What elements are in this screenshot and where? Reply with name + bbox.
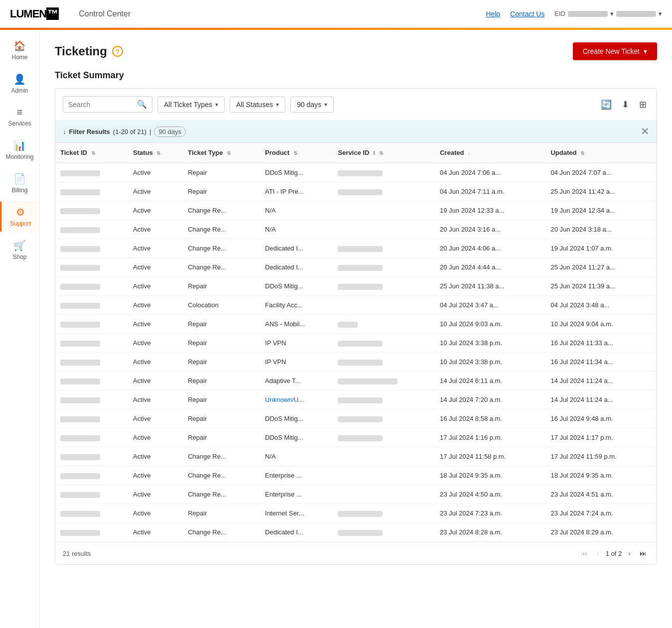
eid-value <box>568 11 608 17</box>
help-icon-button[interactable]: ? <box>112 46 123 57</box>
table-row[interactable]: ActiveRepairATI - IP Pre...04 Jun 2024 7… <box>55 182 657 201</box>
page-title: Ticketing <box>55 44 107 58</box>
col-updated-sort-icon: ⇅ <box>580 150 584 156</box>
days-dropdown[interactable]: 90 days ▾ <box>290 97 334 113</box>
cell-ticket-id <box>55 485 128 504</box>
cell-product: ATI - IP Pre... <box>260 182 333 201</box>
cell-updated: 23 Jul 2024 7:24 a.m. <box>545 504 657 523</box>
table-row[interactable]: ActiveRepairANS - Mobil...10 Jul 2024 9:… <box>55 315 657 334</box>
cell-service-id <box>333 315 435 334</box>
col-created[interactable]: Created ↓ <box>435 143 545 163</box>
table-row[interactable]: ActiveColocationFacility Acc...04 Jul 20… <box>55 296 657 315</box>
table-row[interactable]: ActiveRepairIP VPN10 Jul 2024 3:38 p.m.1… <box>55 334 657 353</box>
table-row[interactable]: ActiveRepairDDoS Mitig...25 Jun 2024 11:… <box>55 277 657 296</box>
contact-link[interactable]: Contact Us <box>510 10 544 18</box>
sidebar-item-billing[interactable]: 📄 Billing <box>0 168 39 199</box>
cell-created: 20 Jun 2024 3:16 a... <box>435 220 545 239</box>
refresh-icon[interactable]: 🔄 <box>598 97 614 113</box>
cell-updated: 17 Jul 2024 1:17 p.m. <box>545 428 657 447</box>
results-count: 21 results <box>63 550 91 557</box>
help-link[interactable]: Help <box>486 10 500 18</box>
col-updated[interactable]: Updated ⇅ <box>545 143 657 163</box>
col-ticket-id[interactable]: Ticket ID ⇅ <box>55 143 128 163</box>
cell-ticket-type: Repair <box>183 409 260 428</box>
cell-status: Active <box>128 447 183 466</box>
page-info: 1 of 2 <box>606 550 622 557</box>
cell-service-id <box>333 390 435 409</box>
table-row[interactable]: ActiveChange Re...N/A17 Jul 2024 11:58 p… <box>55 447 657 466</box>
sidebar-label-shop: Shop <box>12 253 26 260</box>
cell-service-id <box>333 504 435 523</box>
cell-service-id <box>333 353 435 372</box>
pagination-first-button[interactable]: ⏮ <box>578 548 590 558</box>
cell-created: 23 Jul 2024 8:28 a.m. <box>435 523 545 542</box>
cell-ticket-id <box>55 277 128 296</box>
main-content: Ticketing ? Create New Ticket ▾ Ticket S… <box>40 30 672 628</box>
sidebar-item-home[interactable]: 🏠 Home <box>0 35 39 66</box>
cell-status: Active <box>128 504 183 523</box>
filters-row: 🔍 All Ticket Types ▾ All Statuses ▾ 90 d… <box>55 89 657 121</box>
table-row[interactable]: ActiveChange Re...Dedicated I...20 Jun 2… <box>55 239 657 258</box>
cell-status: Active <box>128 390 183 409</box>
col-status[interactable]: Status ⇅ <box>128 143 183 163</box>
sidebar-item-services[interactable]: ≡ Services <box>0 102 39 132</box>
cell-status: Active <box>128 353 183 372</box>
search-box[interactable]: 🔍 <box>63 96 152 113</box>
cell-created: 04 Jun 2024 7:06 a... <box>435 163 545 182</box>
days-label: 90 days <box>297 101 321 109</box>
pagination-next-button[interactable]: › <box>626 548 633 558</box>
cell-product: Adaptive T... <box>260 372 333 390</box>
table-row[interactable]: ActiveChange Re...Dedicated I...23 Jul 2… <box>55 523 657 542</box>
cell-service-id <box>333 334 435 353</box>
cell-updated: 19 Jul 2024 1:07 a.m. <box>545 239 657 258</box>
table-row[interactable]: ActiveChange Re...N/A20 Jun 2024 3:16 a.… <box>55 220 657 239</box>
table-row[interactable]: ActiveChange Re...Enterprise ...23 Jul 2… <box>55 485 657 504</box>
cell-ticket-id <box>55 163 128 182</box>
cell-status: Active <box>128 239 183 258</box>
cell-product: N/A <box>260 447 333 466</box>
pagination-last-button[interactable]: ⏭ <box>637 548 649 558</box>
cell-status: Active <box>128 296 183 315</box>
col-product-label: Product <box>265 149 289 156</box>
col-service-id[interactable]: Service ID ℹ ⇅ <box>333 143 435 163</box>
sidebar-item-monitoring[interactable]: 📊 Monitoring <box>0 134 39 165</box>
cell-updated: 14 Jul 2024 11:24 a... <box>545 390 657 409</box>
statuses-dropdown[interactable]: All Statuses ▾ <box>230 97 285 113</box>
table-row[interactable]: ActiveRepairDDoS Mitig...17 Jul 2024 1:1… <box>55 428 657 447</box>
pagination-prev-button[interactable]: ‹ <box>594 548 602 558</box>
create-ticket-chevron-icon: ▾ <box>644 47 647 55</box>
cell-status: Active <box>128 428 183 447</box>
search-input[interactable] <box>68 101 133 109</box>
table-row[interactable]: ActiveRepairDDoS Mitig...16 Jul 2024 8:5… <box>55 409 657 428</box>
create-ticket-button[interactable]: Create New Ticket ▾ <box>573 42 657 60</box>
cell-created: 10 Jul 2024 3:38 p.m. <box>435 353 545 372</box>
ticket-types-dropdown[interactable]: All Ticket Types ▾ <box>157 97 225 113</box>
col-product[interactable]: Product ⇅ <box>260 143 333 163</box>
cell-product: Dedicated I... <box>260 523 333 542</box>
cell-created: 17 Jul 2024 11:58 p.m. <box>435 447 545 466</box>
table-row[interactable]: ActiveChange Re...N/A19 Jun 2024 12:33 a… <box>55 201 657 220</box>
sidebar-item-support[interactable]: ⚙ Support <box>0 201 39 232</box>
sidebar-item-shop[interactable]: 🛒 Shop <box>0 235 39 265</box>
col-ticket-type[interactable]: Ticket Type ⇅ <box>183 143 260 163</box>
eid-chevron-icon: ▾ <box>610 10 614 17</box>
download-icon[interactable]: ⬇ <box>619 97 632 113</box>
col-status-label: Status <box>133 149 153 156</box>
table-row[interactable]: ActiveRepairAdaptive T...14 Jul 2024 6:1… <box>55 372 657 390</box>
close-filter-button[interactable]: ✕ <box>641 126 649 137</box>
table-row[interactable]: ActiveRepairDDoS Mitig...04 Jun 2024 7:0… <box>55 163 657 182</box>
cell-ticket-type: Change Re... <box>183 258 260 277</box>
top-nav: LUMEN™ Control Center Help Contact Us EI… <box>0 0 672 28</box>
table-row[interactable]: ActiveRepairInternet Ser...23 Jul 2024 7… <box>55 504 657 523</box>
col-ticket-type-sort-icon: ⇅ <box>227 150 231 156</box>
sidebar-item-admin[interactable]: 👤 Admin <box>0 68 39 99</box>
cell-created: 23 Jul 2024 4:50 a.m. <box>435 485 545 504</box>
table-row[interactable]: ActiveChange Re...Enterprise ...18 Jul 2… <box>55 466 657 485</box>
columns-icon[interactable]: ⊞ <box>637 97 649 113</box>
cell-ticket-type: Repair <box>183 315 260 334</box>
table-row[interactable]: ActiveRepairUnknown/U...14 Jul 2024 7:20… <box>55 390 657 409</box>
cell-ticket-type: Repair <box>183 334 260 353</box>
table-row[interactable]: ActiveRepairIP VPN10 Jul 2024 3:38 p.m.1… <box>55 353 657 372</box>
filter-actions: 🔄 ⬇ ⊞ <box>598 97 649 113</box>
table-row[interactable]: ActiveChange Re...Dedicated I...20 Jun 2… <box>55 258 657 277</box>
